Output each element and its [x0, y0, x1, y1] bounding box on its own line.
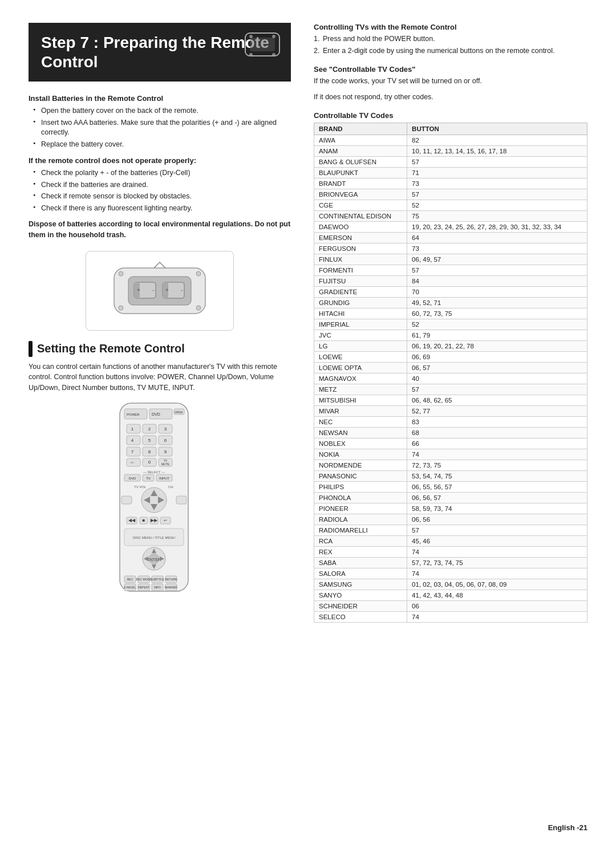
setting-bar-decoration — [29, 341, 33, 357]
table-row: MAGNAVOX40 — [314, 373, 587, 384]
table-row: GRUNDIG49, 52, 71 — [314, 298, 587, 308]
code-cell: 45, 46 — [407, 536, 587, 547]
svg-text:8: 8 — [148, 449, 151, 454]
brand-cell: NORDMENDE — [314, 460, 407, 471]
brand-cell: MITSUBISHI — [314, 395, 407, 406]
svg-point-16 — [119, 271, 123, 276]
table-row: IMPERIAL52 — [314, 319, 587, 330]
brand-cell: JVC — [314, 330, 407, 341]
table-row: LOEWE OPTA06, 57 — [314, 363, 587, 373]
table-row: JVC61, 79 — [314, 330, 587, 341]
code-cell: 06, 49, 57 — [407, 254, 587, 265]
svg-text:0: 0 — [148, 460, 151, 465]
svg-point-18 — [119, 306, 123, 310]
brand-cell: EMERSON — [314, 233, 407, 243]
svg-text:REPEAT: REPEAT — [138, 586, 149, 589]
brand-cell: FORMENTI — [314, 265, 407, 276]
table-row: DAEWOO19, 20, 23, 24, 25, 26, 27, 28, 29… — [314, 222, 587, 233]
code-cell: 58, 59, 73, 74 — [407, 503, 587, 514]
brand-cell: GRADIENTE — [314, 287, 407, 298]
setting-header: Setting the Remote Control — [29, 341, 291, 357]
brand-cell: LG — [314, 341, 407, 352]
table-row: PIONEER58, 59, 73, 74 — [314, 503, 587, 514]
svg-text:TV: TV — [146, 477, 151, 480]
svg-text:RETURN: RETURN — [165, 578, 177, 581]
svg-text:◀◀: ◀◀ — [128, 518, 136, 523]
svg-text:MARKER: MARKER — [165, 586, 177, 589]
setting-desc: You can control certain functions of ano… — [29, 361, 291, 393]
svg-text:DISC MENU / TITLE MENU: DISC MENU / TITLE MENU — [133, 536, 175, 539]
code-cell: 68 — [407, 428, 587, 438]
svg-text:↩: ↩ — [164, 518, 167, 522]
brand-cell: SCHNEIDER — [314, 601, 407, 612]
brand-cell: BANG & OLUFSEN — [314, 157, 407, 168]
code-cell: 74 — [407, 547, 587, 558]
brand-cell: SANYO — [314, 590, 407, 601]
table-row: FINLUX06, 49, 57 — [314, 254, 587, 265]
setting-title: Setting the Remote Control — [37, 342, 185, 355]
page-footer: English -21 — [548, 823, 587, 832]
table-row: BANG & OLUFSEN57 — [314, 157, 587, 168]
brand-cell: MIVAR — [314, 406, 407, 417]
svg-text:■: ■ — [143, 518, 145, 523]
code-cell: 64 — [407, 233, 587, 243]
table-row: MIVAR52, 77 — [314, 406, 587, 417]
brand-cell: SALORA — [314, 568, 407, 579]
svg-text:DVD: DVD — [129, 477, 136, 480]
svg-rect-66 — [121, 496, 132, 504]
table-row: RCA45, 46 — [314, 536, 587, 547]
code-cell: 10, 11, 12, 13, 14, 15, 16, 17, 18 — [407, 146, 587, 157]
svg-text:9: 9 — [164, 449, 167, 454]
code-cell: 83 — [407, 417, 587, 428]
header-remote-icon — [240, 29, 285, 63]
code-cell: 57 — [407, 525, 587, 536]
remote-control-image: POWER DVD OPEN 1 2 3 4 5 6 — [103, 400, 217, 596]
code-cell: 73 — [407, 243, 587, 254]
see-title: See "Controllable TV Codes" — [314, 65, 587, 74]
svg-text:7: 7 — [131, 449, 134, 454]
code-cell: 53, 54, 74, 75 — [407, 471, 587, 482]
code-cell: 06, 69 — [407, 352, 587, 363]
install-bullet-2: Insert two AAA batteries. Make sure that… — [33, 118, 291, 138]
code-cell: 57 — [407, 384, 587, 395]
table-row: FERGUSON73 — [314, 243, 587, 254]
brand-cell: PHONOLA — [314, 493, 407, 503]
svg-text:+: + — [137, 287, 140, 293]
table-row: RADIOLA06, 56 — [314, 514, 587, 525]
svg-text:-: - — [181, 287, 183, 293]
brand-cell: SELECO — [314, 612, 407, 623]
code-cell: 61, 79 — [407, 330, 587, 341]
brand-cell: BRANDT — [314, 178, 407, 189]
if-bullets-list: Check the polarity + - of the batteries … — [29, 168, 291, 213]
svg-point-4 — [249, 53, 253, 56]
table-row: SELECO74 — [314, 612, 587, 623]
svg-point-17 — [196, 271, 201, 276]
code-cell: 01, 02, 03, 04, 05, 06, 07, 08, 09 — [407, 579, 587, 590]
svg-text:-/--: -/-- — [130, 461, 135, 464]
table-row: NEC83 — [314, 417, 587, 428]
left-column: Step 7 : Preparing the Remote Control In… — [29, 23, 291, 826]
table-row: BRIONVEGA57 — [314, 189, 587, 200]
svg-text:5: 5 — [148, 438, 151, 443]
table-row: SALORA74 — [314, 568, 587, 579]
table-row: NOBLEX66 — [314, 438, 587, 449]
code-cell: 74 — [407, 568, 587, 579]
brand-cell: PIONEER — [314, 503, 407, 514]
table-row: SANYO41, 42, 43, 44, 48 — [314, 590, 587, 601]
svg-point-19 — [196, 306, 201, 310]
svg-text:1: 1 — [131, 426, 134, 432]
code-cell: 66 — [407, 438, 587, 449]
svg-point-3 — [272, 35, 275, 38]
table-row: RADIOMARELLI57 — [314, 525, 587, 536]
svg-text:TV VOL: TV VOL — [134, 485, 147, 489]
brand-cell: RADIOMARELLI — [314, 525, 407, 536]
svg-text:4: 4 — [131, 438, 134, 443]
brand-cell: NEC — [314, 417, 407, 428]
brand-cell: NOBLEX — [314, 438, 407, 449]
code-cell: 75 — [407, 211, 587, 222]
svg-text:CANCEL: CANCEL — [124, 586, 136, 589]
table-row: SAMSUNG01, 02, 03, 04, 05, 06, 07, 08, 0… — [314, 579, 587, 590]
svg-text:MUTE: MUTE — [161, 462, 170, 466]
table-row: LG06, 19, 20, 21, 22, 78 — [314, 341, 587, 352]
battery-remote-image: + - + - — [86, 251, 234, 331]
